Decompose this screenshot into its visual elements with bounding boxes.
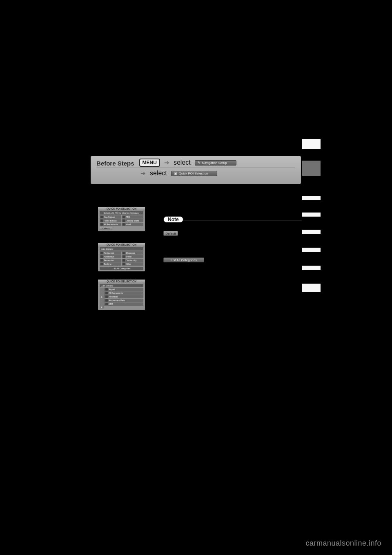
poi-icon	[100, 219, 103, 222]
poi-icon	[122, 223, 125, 226]
arrow-icon: ➔	[140, 170, 146, 177]
row-label: Amusement Park	[109, 299, 125, 302]
poi-cell[interactable]: All Restaurants	[100, 223, 121, 226]
poi-icon	[105, 299, 108, 302]
row-label: American	[109, 295, 118, 298]
pencil-icon: ✎	[198, 161, 200, 165]
mini-screen-2: QUICK POI SELECTION Gas Station Restaura…	[98, 243, 145, 271]
list-item[interactable]: All Restaurants	[104, 291, 143, 295]
before-steps-panel: Before Steps MENU ➔ select ✎ Navigation …	[91, 156, 301, 184]
cell-label: Other	[126, 263, 131, 265]
mini3-title: QUICK POI SELECTION	[98, 280, 145, 283]
list-item[interactable]: Airport	[104, 288, 143, 291]
category-icon	[100, 263, 103, 265]
poi-cell[interactable]: Hotel	[122, 223, 143, 226]
poi-icon	[122, 216, 125, 218]
poi-icon	[105, 295, 108, 298]
cell-label: Gas Station	[104, 216, 115, 218]
button-label: List All Categories	[171, 258, 197, 262]
side-tab	[302, 230, 321, 234]
side-tab	[302, 248, 321, 252]
row-label: Airport	[109, 288, 115, 291]
poi-cell[interactable]: Gas Station	[100, 215, 121, 219]
page: Before Steps MENU ➔ select ✎ Navigation …	[0, 0, 392, 555]
note-line	[183, 220, 302, 221]
navigation-setup-chip[interactable]: ✎ Navigation Setup	[195, 160, 236, 166]
cell-label: Community	[126, 259, 136, 262]
mini2-header: Gas Station	[100, 247, 143, 251]
mini1-grid: Gas Station ATM Police Station Grocery S…	[98, 215, 145, 227]
before-steps-label: Before Steps	[96, 160, 134, 167]
side-tab	[302, 139, 321, 149]
mini3-header: Gas Station	[100, 284, 143, 287]
side-tab	[302, 213, 321, 217]
side-tab	[302, 266, 321, 270]
poi-icon	[105, 288, 108, 291]
category-icon	[100, 252, 103, 254]
quick-poi-selection-chip[interactable]: ▣ Quick POI Selection	[171, 171, 218, 176]
arrow-icon: ➔	[164, 159, 169, 166]
category-cell[interactable]: Banking	[100, 262, 121, 266]
mini-screen-3: QUICK POI SELECTION Gas Station ▲ Airpor…	[98, 280, 145, 310]
poi-icon	[122, 219, 125, 222]
cell-label: Banking	[104, 263, 111, 265]
poi-icon	[105, 303, 108, 305]
cell-label: ATM	[126, 216, 130, 218]
cell-label: Police Station	[104, 219, 117, 222]
poi-icon	[100, 223, 103, 226]
cell-label: Recreation	[104, 259, 114, 262]
cell-label: Restaurant	[104, 252, 114, 254]
mini2-grid: Restaurant Shopping Automotive Travel Re…	[98, 251, 145, 266]
poi-cell[interactable]: Grocery Store	[122, 219, 143, 222]
category-icon	[122, 263, 125, 265]
category-cell[interactable]: Community	[122, 259, 143, 262]
category-cell[interactable]: Travel	[122, 255, 143, 258]
category-cell[interactable]: Shopping	[122, 251, 143, 255]
mini1-bottom-bar: Default	[98, 227, 145, 231]
cell-label: Grocery Store	[126, 219, 139, 222]
mini3-list: ▲ Airport All Restaurants American Amuse…	[98, 287, 145, 309]
category-cell[interactable]: Restaurant	[100, 251, 121, 255]
steps-row-1: MENU ➔ select ✎ Navigation Setup	[139, 159, 295, 167]
menu-button[interactable]: MENU	[139, 159, 160, 167]
list-item[interactable]: American	[104, 295, 143, 298]
cell-label: Hotel	[126, 223, 131, 226]
list-item[interactable]: Amusement Park	[104, 299, 143, 302]
cell-label: Automotive	[104, 255, 114, 258]
poi-cell[interactable]: Police Station	[100, 219, 121, 222]
mini1-title: QUICK POI SELECTION	[98, 207, 145, 210]
mini2-list-all[interactable]: List All Categories	[100, 267, 143, 270]
button-label: Default	[165, 232, 176, 235]
chip-label: Navigation Setup	[202, 161, 227, 165]
select-label: select	[174, 159, 191, 166]
category-icon	[122, 252, 125, 254]
category-icon	[122, 259, 125, 262]
category-icon	[100, 259, 103, 262]
cell-label: Travel	[126, 255, 131, 258]
category-cell[interactable]: Other	[122, 262, 143, 266]
list-item[interactable]: ATM	[104, 302, 143, 306]
mini-screen-1: QUICK POI SELECTION Select a Q-POI to Ch…	[98, 207, 145, 231]
cell-label: Shopping	[126, 252, 135, 254]
scroll-down-button[interactable]: ▼	[100, 306, 104, 309]
mini1-default-button[interactable]: Default	[100, 227, 112, 230]
category-cell[interactable]: Recreation	[100, 259, 121, 262]
category-icon	[100, 255, 103, 258]
row-label: All Restaurants	[109, 292, 123, 294]
default-button[interactable]: Default	[163, 231, 178, 236]
poi-icon	[105, 292, 108, 294]
side-tab-active	[302, 161, 321, 176]
mini3-items: Airport All Restaurants American Amuseme…	[104, 288, 143, 306]
mini1-subtitle: Select a Q-POI to Change Category	[100, 211, 143, 215]
divider	[96, 168, 295, 168]
note-label: Note	[168, 217, 179, 222]
side-tab	[302, 284, 321, 292]
list-all-categories-button[interactable]: List All Categories	[163, 257, 204, 262]
note-pill: Note	[163, 216, 183, 223]
category-cell[interactable]: Automotive	[100, 255, 121, 258]
cell-label: All Restaurants	[104, 223, 118, 226]
poi-cell[interactable]: ATM	[122, 215, 143, 219]
category-icon	[122, 255, 125, 258]
mini2-title: QUICK POI SELECTION	[98, 243, 145, 246]
scroll-up-button[interactable]: ▲	[100, 288, 104, 306]
